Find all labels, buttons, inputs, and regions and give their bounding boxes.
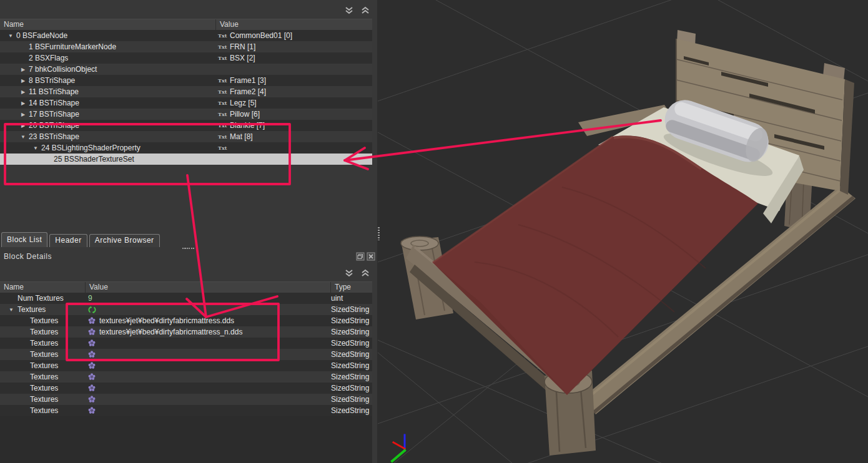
details-row[interactable]: TexturesSizedString bbox=[0, 394, 372, 405]
dock-drag-handle[interactable] bbox=[182, 248, 194, 249]
double-chevron-down-icon bbox=[344, 268, 354, 278]
details-row[interactable]: ▼TexturesSizedString bbox=[0, 304, 372, 315]
expander-icon[interactable]: ▼ bbox=[17, 134, 29, 140]
details-row[interactable]: TexturesSizedString bbox=[0, 371, 372, 383]
details-row[interactable]: TexturesSizedString bbox=[0, 405, 372, 416]
block-name: 11 BSTriShape bbox=[29, 87, 79, 96]
block-value: Legz [5] bbox=[230, 99, 257, 107]
tree-row[interactable]: ▶8 BSTriShapeTxtFrame1 [3] bbox=[0, 75, 372, 86]
tree-row[interactable]: 25 BSShaderTextureSet bbox=[0, 154, 372, 165]
expander-icon[interactable]: ▶ bbox=[17, 89, 29, 95]
field-type: SizedString bbox=[331, 328, 372, 336]
details-row[interactable]: Num Textures9uint bbox=[0, 293, 372, 304]
double-chevron-up-icon bbox=[360, 268, 370, 278]
block-name: 20 BSTriShape bbox=[29, 121, 79, 130]
expander-icon[interactable]: ▶ bbox=[17, 100, 29, 106]
close-icon bbox=[367, 252, 375, 261]
dock-tabbar: Block ListHeaderArchive Browser bbox=[1, 232, 160, 247]
field-type: SizedString bbox=[331, 361, 372, 370]
tree-row[interactable]: ▼0 BSFadeNodeTxtCommonBed01 [0] bbox=[0, 30, 372, 41]
collapse-all-button[interactable] bbox=[344, 6, 354, 16]
txt-icon: Txt bbox=[218, 55, 227, 61]
expand-all-button[interactable] bbox=[360, 6, 370, 16]
details-row[interactable]: Texturestextures¥jet¥bed¥dirtyfabricmatt… bbox=[0, 326, 372, 338]
txt-icon: Txt bbox=[218, 111, 227, 117]
field-value[interactable]: textures¥jet¥bed¥dirtyfabricmattress_n.d… bbox=[99, 328, 242, 336]
tree-row[interactable]: ▶11 BSTriShapeTxtFrame2 [4] bbox=[0, 86, 372, 97]
column-header-name[interactable]: Name bbox=[0, 282, 86, 293]
details-expand-all-button[interactable] bbox=[360, 268, 370, 278]
column-header-value[interactable]: Value bbox=[216, 19, 372, 31]
expander-icon[interactable]: ▼ bbox=[5, 33, 16, 39]
field-type: SizedString bbox=[331, 350, 372, 359]
block-name: 14 BSTriShape bbox=[29, 99, 79, 107]
field-type: SizedString bbox=[331, 384, 372, 392]
expander-icon[interactable]: ▶ bbox=[17, 78, 29, 84]
details-row[interactable]: TexturesSizedString bbox=[0, 360, 372, 371]
block-details-header: Name Value Type bbox=[0, 281, 372, 293]
txt-icon: Txt bbox=[218, 89, 227, 95]
details-row[interactable]: TexturesSizedString bbox=[0, 383, 372, 394]
tree-row[interactable]: ▼23 BSTriShapeTxtMat [8] bbox=[0, 131, 372, 142]
field-type: SizedString bbox=[331, 316, 372, 325]
column-header-value[interactable]: Value bbox=[86, 282, 331, 293]
txt-icon: Txt bbox=[218, 145, 227, 151]
field-value[interactable]: textures¥jet¥bed¥dirtyfabricmattress.dds bbox=[99, 316, 234, 325]
txt-icon: Txt bbox=[218, 122, 227, 129]
tree-row[interactable]: 1 BSFurnitureMarkerNodeTxtFRN [1] bbox=[0, 41, 372, 52]
details-row[interactable]: TexturesSizedString bbox=[0, 338, 372, 349]
field-name: Textures bbox=[30, 328, 58, 336]
block-value: Frame2 [4] bbox=[230, 87, 266, 96]
expander-icon[interactable]: ▼ bbox=[5, 307, 17, 313]
field-name: Textures bbox=[17, 305, 46, 314]
txt-icon: Txt bbox=[218, 44, 227, 50]
details-collapse-all-button[interactable] bbox=[344, 268, 354, 278]
block-value: CommonBed01 [0] bbox=[230, 31, 292, 40]
tree-row[interactable]: ▶20 BSTriShapeTxtBlankie [7] bbox=[0, 120, 372, 131]
tree-row[interactable]: ▶14 BSTriShapeTxtLegz [5] bbox=[0, 97, 372, 109]
float-window-icon bbox=[356, 252, 365, 261]
field-type: SizedString bbox=[331, 395, 372, 404]
nifskope-window: Name Value ▼0 BSFadeNodeTxtCommonBed01 [… bbox=[0, 0, 868, 463]
field-type: SizedString bbox=[331, 406, 372, 415]
block-name: 0 BSFadeNode bbox=[16, 31, 67, 40]
tree-row[interactable]: ▶7 bhkCollisionObject bbox=[0, 64, 372, 75]
expander-icon[interactable]: ▼ bbox=[30, 145, 41, 151]
tab-header[interactable]: Header bbox=[49, 234, 87, 247]
column-header-type[interactable]: Type bbox=[331, 282, 372, 293]
flower-icon bbox=[88, 351, 97, 358]
block-name: 8 BSTriShape bbox=[29, 76, 75, 85]
close-panel-button[interactable] bbox=[367, 252, 375, 261]
axis-gizmo bbox=[392, 435, 405, 461]
splitter-grip[interactable] bbox=[378, 227, 380, 240]
float-panel-button[interactable] bbox=[356, 252, 365, 261]
tree-row[interactable]: ▶17 BSTriShapeTxtPillow [6] bbox=[0, 109, 372, 120]
expander-icon[interactable]: ▶ bbox=[17, 67, 29, 72]
tree-row[interactable]: 2 BSXFlagsTxtBSX [2] bbox=[0, 52, 372, 64]
3d-viewport[interactable] bbox=[377, 0, 868, 463]
block-name: 7 bhkCollisionObject bbox=[29, 65, 97, 74]
field-name: Num Textures bbox=[17, 294, 64, 303]
details-row[interactable]: TexturesSizedString bbox=[0, 349, 372, 360]
axis-x bbox=[393, 442, 405, 449]
tree-row[interactable]: ▼24 BSLightingShaderPropertyTxt bbox=[0, 142, 372, 154]
block-name: 1 BSFurnitureMarkerNode bbox=[29, 42, 116, 51]
field-name: Textures bbox=[30, 384, 58, 392]
field-type: uint bbox=[331, 294, 372, 303]
block-name: 17 BSTriShape bbox=[29, 110, 79, 119]
field-type: SizedString bbox=[331, 339, 372, 348]
column-header-name[interactable]: Name bbox=[0, 19, 216, 31]
field-type: SizedString bbox=[331, 305, 372, 314]
expander-icon[interactable]: ▶ bbox=[17, 112, 29, 117]
block-name: 25 BSShaderTextureSet bbox=[54, 155, 134, 163]
tab-block-list[interactable]: Block List bbox=[1, 232, 47, 247]
refresh-icon bbox=[88, 306, 97, 313]
tab-archive-browser[interactable]: Archive Browser bbox=[89, 234, 160, 247]
bed-3d-model bbox=[401, 30, 856, 456]
left-dock: Name Value ▼0 BSFadeNodeTxtCommonBed01 [… bbox=[0, 0, 377, 463]
block-name: 23 BSTriShape bbox=[29, 132, 79, 141]
details-row[interactable]: Texturestextures¥jet¥bed¥dirtyfabricmatt… bbox=[0, 315, 372, 326]
field-value[interactable]: 9 bbox=[88, 294, 92, 303]
field-name: Textures bbox=[30, 373, 58, 381]
expander-icon[interactable]: ▶ bbox=[17, 123, 29, 129]
